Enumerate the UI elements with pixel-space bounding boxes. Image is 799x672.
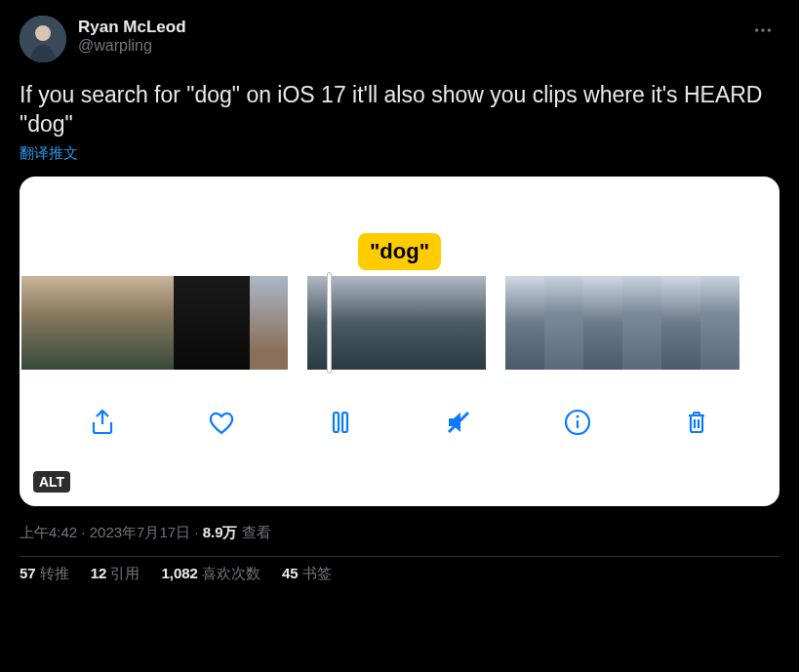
pause-icon[interactable] <box>321 403 360 442</box>
tweet-header: Ryan McLeod @warpling <box>20 16 779 62</box>
author-names: Ryan McLeod @warpling <box>78 16 735 55</box>
playhead[interactable] <box>327 272 332 374</box>
svg-point-1 <box>35 25 51 41</box>
clip-frame[interactable] <box>250 276 288 370</box>
tweet-container: Ryan McLeod @warpling If you search for … <box>0 0 799 593</box>
avatar[interactable] <box>20 16 66 62</box>
svg-point-2 <box>755 28 759 32</box>
clip-frame[interactable] <box>367 276 426 370</box>
clip-frame[interactable] <box>174 276 212 370</box>
display-name[interactable]: Ryan McLeod <box>78 18 735 37</box>
clip-group-2[interactable] <box>307 276 486 370</box>
alt-badge[interactable]: ALT <box>33 471 70 493</box>
retweets-metric[interactable]: 57转推 <box>20 565 69 583</box>
info-icon[interactable] <box>558 403 597 442</box>
clip-frame[interactable] <box>622 276 661 370</box>
clip-frame[interactable] <box>21 276 60 370</box>
clip-frame[interactable] <box>136 276 174 370</box>
clip-frame[interactable] <box>307 276 367 370</box>
share-icon[interactable] <box>83 403 122 442</box>
clip-group-1[interactable] <box>21 276 288 370</box>
metrics-row: 57转推 12引用 1,082喜欢次数 45书签 <box>20 565 779 583</box>
clip-frame[interactable] <box>98 276 136 370</box>
heart-icon[interactable] <box>202 403 241 442</box>
trash-icon[interactable] <box>677 403 716 442</box>
clip-frame[interactable] <box>212 276 250 370</box>
svg-rect-5 <box>334 413 339 432</box>
clip-frame[interactable] <box>426 276 486 370</box>
clip-frame[interactable] <box>583 276 622 370</box>
svg-point-3 <box>761 28 765 32</box>
media-top: "dog" <box>20 177 779 276</box>
more-button[interactable] <box>746 16 779 51</box>
bookmarks-metric[interactable]: 45书签 <box>282 565 332 583</box>
post-time: 上午4:42 <box>20 524 77 540</box>
search-tag: "dog" <box>358 233 441 270</box>
clip-frame[interactable] <box>700 276 739 370</box>
clip-frame[interactable] <box>505 276 544 370</box>
clip-frame[interactable] <box>60 276 98 370</box>
clip-frame[interactable] <box>544 276 583 370</box>
likes-metric[interactable]: 1,082喜欢次数 <box>161 565 260 583</box>
translate-link[interactable]: 翻译推文 <box>20 144 78 163</box>
media-card[interactable]: "dog" <box>20 177 779 506</box>
post-date: 2023年7月17日 <box>90 524 190 540</box>
timestamp-line[interactable]: 上午4:42 · 2023年7月17日 · 8.9万 查看 <box>20 524 779 542</box>
svg-point-4 <box>768 28 772 32</box>
clip-group-3[interactable] <box>505 276 739 370</box>
tweet-text: If you search for "dog" on iOS 17 it'll … <box>20 80 779 138</box>
svg-rect-6 <box>342 413 347 432</box>
search-tag-text: "dog" <box>370 239 429 263</box>
views-label: 查看 <box>238 524 271 540</box>
svg-point-9 <box>577 415 579 418</box>
quotes-metric[interactable]: 12引用 <box>91 565 140 583</box>
media-toolbar <box>20 370 779 475</box>
divider <box>20 556 779 557</box>
views-count: 8.9万 <box>203 524 238 540</box>
mute-icon[interactable] <box>439 403 478 442</box>
filmstrip[interactable] <box>20 276 779 370</box>
clip-frame[interactable] <box>661 276 700 370</box>
author-handle[interactable]: @warpling <box>78 37 735 55</box>
